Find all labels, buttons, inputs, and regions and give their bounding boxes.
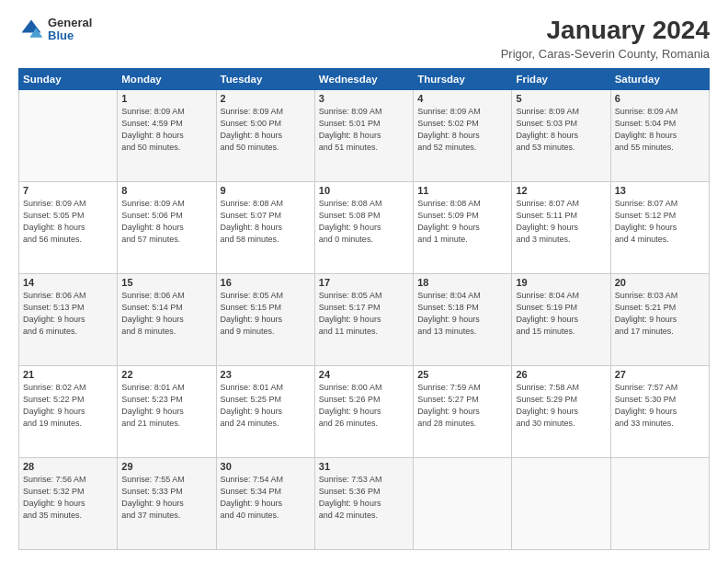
calendar-day-cell: 26Sunrise: 7:58 AMSunset: 5:29 PMDayligh… [512, 365, 610, 457]
calendar-day-cell: 14Sunrise: 8:06 AMSunset: 5:13 PMDayligh… [19, 273, 118, 365]
day-number: 16 [221, 277, 311, 288]
day-number: 2 [221, 93, 311, 104]
day-number: 31 [319, 461, 409, 472]
day-number: 13 [615, 185, 705, 196]
calendar-day-cell: 16Sunrise: 8:05 AMSunset: 5:15 PMDayligh… [216, 273, 314, 365]
day-number: 4 [417, 93, 507, 104]
calendar-day-cell: 12Sunrise: 8:07 AMSunset: 5:11 PMDayligh… [512, 181, 610, 273]
day-info: Sunrise: 7:53 AMSunset: 5:36 PMDaylight:… [319, 474, 409, 522]
day-number: 11 [417, 185, 507, 196]
day-info: Sunrise: 8:09 AMSunset: 5:04 PMDaylight:… [615, 106, 705, 154]
day-info: Sunrise: 7:57 AMSunset: 5:30 PMDaylight:… [615, 382, 705, 430]
day-number: 10 [319, 185, 409, 196]
main-title: January 2024 [501, 17, 710, 45]
day-info: Sunrise: 8:09 AMSunset: 5:00 PMDaylight:… [221, 106, 311, 154]
calendar-day-cell: 10Sunrise: 8:08 AMSunset: 5:08 PMDayligh… [314, 181, 413, 273]
calendar-day-cell [414, 457, 512, 549]
logo: General Blue [18, 17, 92, 43]
title-block: January 2024 Prigor, Caras-Severin Count… [501, 17, 710, 61]
calendar-day-cell: 24Sunrise: 8:00 AMSunset: 5:26 PMDayligh… [314, 365, 413, 457]
day-number: 14 [23, 277, 113, 288]
day-number: 12 [516, 185, 606, 196]
calendar-day-cell: 11Sunrise: 8:08 AMSunset: 5:09 PMDayligh… [414, 181, 512, 273]
day-info: Sunrise: 8:09 AMSunset: 5:05 PMDaylight:… [23, 198, 113, 246]
calendar-day-header: Tuesday [216, 68, 314, 89]
calendar-day-cell: 9Sunrise: 8:08 AMSunset: 5:07 PMDaylight… [216, 181, 314, 273]
calendar-day-cell [19, 89, 118, 181]
day-info: Sunrise: 8:03 AMSunset: 5:21 PMDaylight:… [615, 290, 705, 338]
day-info: Sunrise: 7:54 AMSunset: 5:34 PMDaylight:… [221, 474, 311, 522]
calendar-table: SundayMondayTuesdayWednesdayThursdayFrid… [18, 68, 710, 550]
calendar-day-cell: 30Sunrise: 7:54 AMSunset: 5:34 PMDayligh… [216, 457, 314, 549]
day-info: Sunrise: 8:05 AMSunset: 5:17 PMDaylight:… [319, 290, 409, 338]
calendar-day-cell [512, 457, 610, 549]
calendar-day-cell: 4Sunrise: 8:09 AMSunset: 5:02 PMDaylight… [414, 89, 512, 181]
day-number: 6 [615, 93, 705, 104]
day-info: Sunrise: 8:06 AMSunset: 5:14 PMDaylight:… [121, 290, 211, 338]
logo-general-text: General [48, 17, 92, 29]
day-info: Sunrise: 8:07 AMSunset: 5:11 PMDaylight:… [516, 198, 606, 246]
calendar-week-row: 7Sunrise: 8:09 AMSunset: 5:05 PMDaylight… [19, 181, 710, 273]
day-number: 26 [516, 369, 606, 380]
day-number: 5 [516, 93, 606, 104]
day-number: 23 [221, 369, 311, 380]
calendar-day-cell: 20Sunrise: 8:03 AMSunset: 5:21 PMDayligh… [610, 273, 709, 365]
day-info: Sunrise: 8:09 AMSunset: 5:06 PMDaylight:… [121, 198, 211, 246]
calendar-day-header: Monday [118, 68, 216, 89]
calendar-day-cell: 6Sunrise: 8:09 AMSunset: 5:04 PMDaylight… [610, 89, 709, 181]
day-number: 27 [615, 369, 705, 380]
day-info: Sunrise: 8:09 AMSunset: 5:02 PMDaylight:… [417, 106, 507, 154]
day-info: Sunrise: 8:09 AMSunset: 5:03 PMDaylight:… [516, 106, 606, 154]
calendar-day-header: Thursday [414, 68, 512, 89]
calendar-day-cell: 8Sunrise: 8:09 AMSunset: 5:06 PMDaylight… [118, 181, 216, 273]
day-number: 30 [221, 461, 311, 472]
day-info: Sunrise: 8:05 AMSunset: 5:15 PMDaylight:… [221, 290, 311, 338]
day-info: Sunrise: 7:58 AMSunset: 5:29 PMDaylight:… [516, 382, 606, 430]
day-number: 24 [319, 369, 409, 380]
day-number: 22 [121, 369, 211, 380]
day-info: Sunrise: 8:01 AMSunset: 5:25 PMDaylight:… [221, 382, 311, 430]
calendar-day-cell [610, 457, 709, 549]
calendar-day-header: Sunday [19, 68, 118, 89]
subtitle: Prigor, Caras-Severin County, Romania [501, 47, 710, 61]
day-info: Sunrise: 7:56 AMSunset: 5:32 PMDaylight:… [23, 474, 113, 522]
logo-blue-text: Blue [48, 29, 92, 42]
day-info: Sunrise: 8:09 AMSunset: 5:01 PMDaylight:… [319, 106, 409, 154]
calendar-day-cell: 17Sunrise: 8:05 AMSunset: 5:17 PMDayligh… [314, 273, 413, 365]
logo-text: General Blue [48, 17, 92, 43]
day-number: 29 [121, 461, 211, 472]
calendar-week-row: 28Sunrise: 7:56 AMSunset: 5:32 PMDayligh… [19, 457, 710, 549]
day-number: 18 [417, 277, 507, 288]
day-info: Sunrise: 8:09 AMSunset: 4:59 PMDaylight:… [121, 106, 211, 154]
day-info: Sunrise: 8:06 AMSunset: 5:13 PMDaylight:… [23, 290, 113, 338]
day-number: 28 [23, 461, 113, 472]
calendar-day-header: Friday [512, 68, 610, 89]
calendar-day-cell: 3Sunrise: 8:09 AMSunset: 5:01 PMDaylight… [314, 89, 413, 181]
header: General Blue January 2024 Prigor, Caras-… [18, 17, 710, 61]
calendar-day-cell: 28Sunrise: 7:56 AMSunset: 5:32 PMDayligh… [19, 457, 118, 549]
calendar-day-cell: 2Sunrise: 8:09 AMSunset: 5:00 PMDaylight… [216, 89, 314, 181]
day-number: 8 [121, 185, 211, 196]
day-info: Sunrise: 8:01 AMSunset: 5:23 PMDaylight:… [121, 382, 211, 430]
logo-icon [18, 17, 44, 42]
day-info: Sunrise: 8:07 AMSunset: 5:12 PMDaylight:… [615, 198, 705, 246]
calendar-day-header: Wednesday [314, 68, 413, 89]
calendar-day-cell: 27Sunrise: 7:57 AMSunset: 5:30 PMDayligh… [610, 365, 709, 457]
calendar-day-cell: 31Sunrise: 7:53 AMSunset: 5:36 PMDayligh… [314, 457, 413, 549]
calendar-day-cell: 23Sunrise: 8:01 AMSunset: 5:25 PMDayligh… [216, 365, 314, 457]
calendar-day-cell: 18Sunrise: 8:04 AMSunset: 5:18 PMDayligh… [414, 273, 512, 365]
calendar-day-cell: 15Sunrise: 8:06 AMSunset: 5:14 PMDayligh… [118, 273, 216, 365]
calendar-week-row: 14Sunrise: 8:06 AMSunset: 5:13 PMDayligh… [19, 273, 710, 365]
day-info: Sunrise: 8:08 AMSunset: 5:09 PMDaylight:… [417, 198, 507, 246]
calendar-day-cell: 25Sunrise: 7:59 AMSunset: 5:27 PMDayligh… [414, 365, 512, 457]
day-info: Sunrise: 8:04 AMSunset: 5:18 PMDaylight:… [417, 290, 507, 338]
day-info: Sunrise: 7:55 AMSunset: 5:33 PMDaylight:… [121, 474, 211, 522]
calendar-week-row: 21Sunrise: 8:02 AMSunset: 5:22 PMDayligh… [19, 365, 710, 457]
calendar-header-row: SundayMondayTuesdayWednesdayThursdayFrid… [19, 68, 710, 89]
day-number: 21 [23, 369, 113, 380]
day-info: Sunrise: 7:59 AMSunset: 5:27 PMDaylight:… [417, 382, 507, 430]
day-number: 20 [615, 277, 705, 288]
day-number: 7 [23, 185, 113, 196]
calendar-day-cell: 19Sunrise: 8:04 AMSunset: 5:19 PMDayligh… [512, 273, 610, 365]
day-number: 3 [319, 93, 409, 104]
